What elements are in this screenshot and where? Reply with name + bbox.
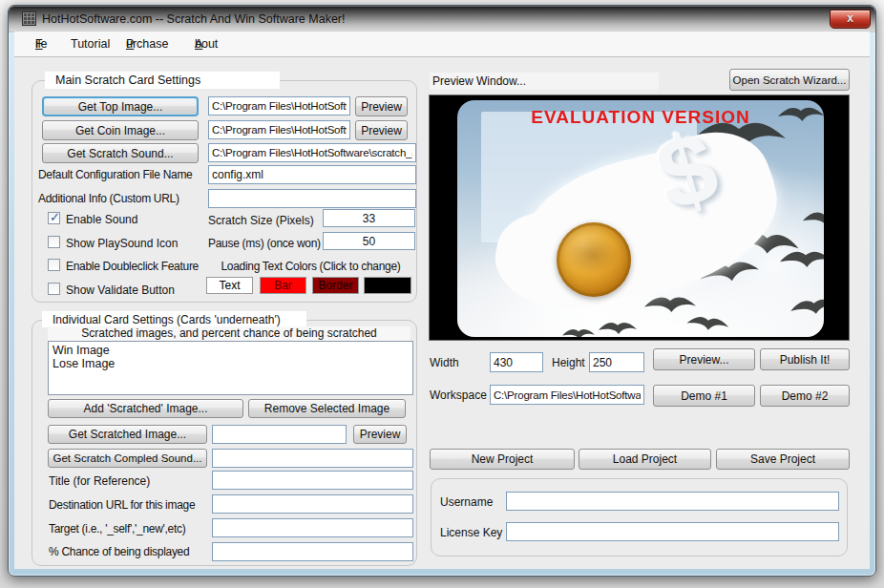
menu-purchase[interactable]: Purchase xyxy=(117,35,177,53)
validate-button-checkbox[interactable] xyxy=(48,283,60,295)
height-field[interactable] xyxy=(589,352,644,372)
preview-window-label: Preview Window... xyxy=(430,73,659,90)
license-key-field[interactable] xyxy=(506,522,839,541)
menu-tutorial[interactable]: Tutorial xyxy=(62,35,118,53)
text-color-swatch[interactable]: Text xyxy=(206,277,253,294)
evaluation-watermark: EVALUATION VERSION xyxy=(457,107,824,128)
get-coin-image-button[interactable]: Get Coin Image... xyxy=(42,120,199,140)
preview-button[interactable]: Preview... xyxy=(653,348,755,370)
demo2-button[interactable]: Demo #2 xyxy=(760,385,850,407)
list-item-win-image[interactable]: Win Image xyxy=(53,344,110,357)
publish-button[interactable]: Publish It! xyxy=(760,348,850,370)
app-icon[interactable] xyxy=(22,11,36,26)
scratched-images-listbox[interactable]: Win Image Lose Image xyxy=(48,341,413,395)
gold-coin xyxy=(557,222,631,297)
card-settings-legend: Individual Card Settings (Cards 'underne… xyxy=(42,311,306,327)
pause-field[interactable] xyxy=(323,232,415,250)
window-title: HotHotSoftware.com -- Scratch And Win So… xyxy=(42,12,345,26)
coin-image-preview-button[interactable]: Preview xyxy=(355,120,408,140)
chance-displayed-field[interactable] xyxy=(212,542,413,561)
width-label: Width xyxy=(430,356,459,369)
title-reference-label: Title (for Reference) xyxy=(49,474,150,488)
title-reference-field[interactable] xyxy=(212,471,413,490)
scratched-image-field[interactable] xyxy=(212,425,347,444)
workspace-field[interactable] xyxy=(490,385,644,405)
open-scratch-wizard-button[interactable]: Open Scratch Wizard... xyxy=(729,69,850,91)
load-project-button[interactable]: Load Project xyxy=(579,449,711,470)
additional-info-field[interactable] xyxy=(208,189,416,208)
playsound-icon-label: Show PlaySound Icon xyxy=(66,237,178,250)
preview-panel: $ EVALUATION VERSION xyxy=(429,94,850,341)
scratch-sound-path-field[interactable] xyxy=(208,143,416,162)
pause-label: Pause (ms) (once won) xyxy=(208,237,321,250)
get-scratch-sound-button[interactable]: Get Scratch Sound... xyxy=(42,143,199,163)
save-project-button[interactable]: Save Project xyxy=(716,449,850,470)
destination-url-field[interactable] xyxy=(212,494,413,514)
playsound-icon-checkbox[interactable] xyxy=(48,236,60,248)
scratch-size-field[interactable] xyxy=(323,209,415,227)
chance-displayed-label: % Chance of being displayed xyxy=(49,545,189,558)
license-key-label: License Key xyxy=(440,526,502,539)
list-item-lose-image[interactable]: Lose Image xyxy=(53,357,115,370)
close-button[interactable]: x xyxy=(830,10,871,29)
height-label: Height xyxy=(552,356,585,369)
doubleclick-label: Enable Doubleclick Feature xyxy=(66,260,199,273)
destination-url-label: Destination URL for this image xyxy=(49,498,195,512)
main-settings-legend: Main Scratch Card Settings xyxy=(45,72,280,89)
scratch-completed-sound-field[interactable] xyxy=(212,449,413,468)
coin-image-path-field[interactable] xyxy=(208,120,350,139)
additional-info-label: Additional Info (Custom URL) xyxy=(38,192,179,205)
screenshot-stage: HotHotSoftware.com -- Scratch And Win So… xyxy=(0,0,884,588)
get-scratched-image-button[interactable]: Get Scratched Image... xyxy=(48,425,207,444)
get-top-image-button[interactable]: Get Top Image... xyxy=(42,96,199,116)
scratched-images-sublabel: Scratched images, and percent chance of … xyxy=(48,326,410,341)
get-scratch-completed-sound-button[interactable]: Get Scratch Compled Sound... xyxy=(48,449,207,468)
new-project-button[interactable]: New Project xyxy=(430,449,575,470)
doubleclick-checkbox[interactable] xyxy=(48,259,60,271)
enable-sound-label: Enable Sound xyxy=(66,213,137,226)
validate-button-label: Show Validate Button xyxy=(66,284,175,297)
username-field[interactable] xyxy=(506,492,839,511)
menu-about[interactable]: About xyxy=(186,35,226,53)
config-file-label: Default Configuration File Name xyxy=(38,168,192,181)
username-label: Username xyxy=(440,495,493,509)
enable-sound-checkbox[interactable] xyxy=(48,212,60,224)
workspace-label: Workspace xyxy=(430,388,487,402)
width-field[interactable] xyxy=(490,352,543,372)
top-image-preview-button[interactable]: Preview xyxy=(355,96,408,116)
menubar: File Tutorial Purchase About xyxy=(14,32,870,57)
scratched-image-preview-button[interactable]: Preview xyxy=(353,425,407,444)
border-color-swatch[interactable]: Border xyxy=(312,277,359,294)
preview-card: $ EVALUATION VERSION xyxy=(457,100,824,337)
remove-selected-image-button[interactable]: Remove Selected Image xyxy=(248,399,406,418)
scratch-size-label: Scratch Size (Pixels) xyxy=(208,214,314,227)
target-field[interactable] xyxy=(212,518,413,537)
demo1-button[interactable]: Demo #1 xyxy=(653,385,755,407)
top-image-path-field[interactable] xyxy=(208,96,350,116)
add-scratched-image-button[interactable]: Add 'Scratched' Image... xyxy=(48,399,243,418)
bg-color-swatch[interactable] xyxy=(364,277,411,294)
loading-colors-label: Loading Text Colors (Click to change) xyxy=(205,260,416,273)
config-file-field[interactable] xyxy=(208,165,416,184)
license-group xyxy=(431,478,848,556)
menu-file[interactable]: File xyxy=(27,35,56,53)
target-label: Target (i.e., '_self','_new',etc) xyxy=(49,522,185,536)
bar-color-swatch[interactable]: Bar xyxy=(260,277,306,294)
